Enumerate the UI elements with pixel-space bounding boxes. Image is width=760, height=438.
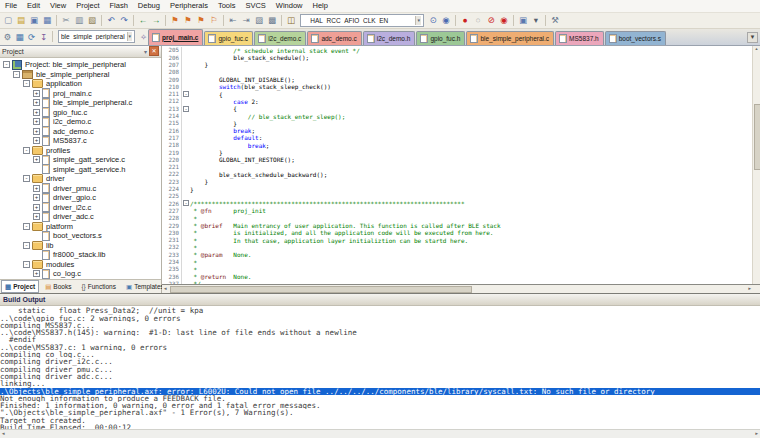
- tree-item-modules[interactable]: -modules: [0, 259, 161, 269]
- save-all-icon[interactable]: ▦: [41, 14, 53, 26]
- expand-icon[interactable]: +: [33, 185, 40, 192]
- collapse-icon[interactable]: -: [23, 261, 30, 268]
- collapse-icon[interactable]: -: [23, 147, 30, 154]
- menu-edit[interactable]: Edit: [22, 0, 45, 12]
- tab-gpio_fuc.h[interactable]: gpio_fuc.h: [416, 31, 465, 45]
- build-error-line[interactable]: .\Objects\ble_simple_peripheral.axf: err…: [0, 388, 760, 395]
- target-select-combo[interactable]: ble_simple_peripheral ▾: [58, 30, 135, 43]
- expand-icon[interactable]: +: [33, 137, 40, 144]
- find-in-files-icon[interactable]: ◫: [285, 14, 297, 26]
- expand-icon[interactable]: +: [33, 109, 40, 116]
- comment-icon[interactable]: ▨: [253, 14, 265, 26]
- windows-dropdown-icon[interactable]: ▾: [530, 14, 542, 26]
- panel-tab-books[interactable]: ▤Books: [41, 280, 75, 293]
- tab-proj_main.c[interactable]: proj_main.c: [148, 29, 203, 45]
- indent-icon[interactable]: ⇥: [240, 14, 252, 26]
- save-icon[interactable]: ▣: [28, 14, 40, 26]
- unindent-icon[interactable]: ⇤: [227, 14, 239, 26]
- translate-file-icon[interactable]: ⚙: [2, 31, 13, 43]
- tree-item-lib[interactable]: -lib: [0, 240, 161, 250]
- menu-help[interactable]: Help: [308, 0, 333, 12]
- new-file-icon[interactable]: ▢: [2, 14, 14, 26]
- tree-item-driver-gpio-c[interactable]: +driver_gpio.c: [0, 193, 161, 203]
- insert-breakpoint-icon[interactable]: ●: [459, 14, 471, 26]
- fold-toggle[interactable]: -: [183, 106, 189, 112]
- navigate-back-icon[interactable]: ←: [137, 14, 149, 26]
- open-file-icon[interactable]: ▤: [15, 14, 27, 26]
- search-icon[interactable]: ⊙: [427, 14, 439, 26]
- configure-wrench-icon[interactable]: ⚒: [549, 14, 561, 26]
- tree-item-ble-simple-peripheral-c[interactable]: +ble_simple_peripheral.c: [0, 98, 161, 108]
- tree-item-profiles[interactable]: -profiles: [0, 145, 161, 155]
- collapse-icon[interactable]: -: [23, 242, 30, 249]
- bookmark-next-icon[interactable]: ⚑: [195, 14, 207, 26]
- download-flash-icon[interactable]: ↧: [38, 31, 49, 43]
- debug-windows-icon[interactable]: ▣: [517, 14, 529, 26]
- tree-item-driver-adc-c[interactable]: +driver_adc.c: [0, 212, 161, 222]
- tab-i2c_demo.c[interactable]: i2c_demo.c: [254, 31, 306, 45]
- collapse-icon[interactable]: -: [3, 61, 10, 68]
- scroll-left-icon[interactable]: ◄: [163, 286, 167, 291]
- editor-horizontal-scrollbar[interactable]: ◄ ►: [162, 284, 760, 293]
- tab-boot_vectors.s[interactable]: boot_vectors.s: [605, 31, 666, 45]
- expand-icon[interactable]: +: [33, 118, 40, 125]
- copy-icon[interactable]: ▥: [73, 14, 85, 26]
- expand-icon[interactable]: +: [33, 213, 40, 220]
- tree-item-boot-vectors-s[interactable]: boot_vectors.s: [0, 231, 161, 241]
- undo-icon[interactable]: ↶: [105, 14, 117, 26]
- uncomment-icon[interactable]: ▩: [266, 14, 278, 26]
- code-area[interactable]: 205 /* schedule internal stack event */2…: [162, 46, 753, 285]
- tree-item-adc-demo-c[interactable]: +adc_demo.c: [0, 126, 161, 136]
- menu-tools[interactable]: Tools: [213, 0, 241, 12]
- tree-item-simple-gatt-service-h[interactable]: simple_gatt_service.h: [0, 164, 161, 174]
- tab-ble_simple_peripheral.c[interactable]: ble_simple_peripheral.c: [466, 31, 554, 45]
- paste-icon[interactable]: ▧: [86, 14, 98, 26]
- expand-icon[interactable]: +: [33, 156, 40, 163]
- tree-item-driver[interactable]: -driver: [0, 174, 161, 184]
- auto-hide-pin-icon[interactable]: ▾: [144, 48, 147, 55]
- collapse-icon[interactable]: -: [23, 223, 30, 230]
- tree-item-co-log-c[interactable]: +co_log.c: [0, 269, 161, 279]
- tab-i2c_demo.h[interactable]: i2c_demo.h: [363, 31, 416, 45]
- tree-item-driver-pmu-c[interactable]: +driver_pmu.c: [0, 183, 161, 193]
- scroll-right-icon[interactable]: ►: [748, 286, 752, 291]
- vertical-scroll-thumb[interactable]: [754, 104, 760, 170]
- symbol-combo[interactable]: __HAL_RCC_AFIO_CLK_EN ▾: [300, 14, 424, 27]
- expand-icon[interactable]: +: [33, 270, 40, 277]
- panel-tab-functions[interactable]: {}Functions: [77, 280, 120, 293]
- kill-breakpoints-icon[interactable]: ◉: [498, 14, 510, 26]
- bookmark-prev-icon[interactable]: ⚑: [182, 14, 194, 26]
- fold-toggle[interactable]: -: [183, 91, 189, 97]
- scroll-left-icon[interactable]: ◄: [1, 431, 5, 436]
- menu-flash[interactable]: Flash: [105, 0, 133, 12]
- tab-MS5837.h[interactable]: MS5837.h: [555, 31, 604, 45]
- fold-toggle[interactable]: -: [183, 200, 189, 206]
- expand-icon[interactable]: +: [33, 194, 40, 201]
- tree-item-i2c-demo-c[interactable]: +i2c_demo.c: [0, 117, 161, 127]
- tree-item-gpio-fuc-c[interactable]: +gpio_fuc.c: [0, 107, 161, 117]
- menu-view[interactable]: View: [45, 0, 71, 12]
- panel-tab-project[interactable]: ▦Project: [1, 280, 39, 293]
- cut-icon[interactable]: ✂: [60, 14, 72, 26]
- tree-item-simple-gatt-service-c[interactable]: +simple_gatt_service.c: [0, 155, 161, 165]
- scroll-right-icon[interactable]: ►: [755, 431, 759, 436]
- disable-breakpoint-icon[interactable]: ⊘: [485, 14, 497, 26]
- menu-peripherals[interactable]: Peripherals: [165, 0, 213, 12]
- redo-icon[interactable]: ↷: [118, 14, 130, 26]
- close-icon[interactable]: ✕: [149, 46, 159, 56]
- bookmark-toggle-icon[interactable]: ⚑: [169, 14, 181, 26]
- tree-item-application[interactable]: -application: [0, 79, 161, 89]
- menu-debug[interactable]: Debug: [133, 0, 165, 12]
- expand-icon[interactable]: +: [33, 204, 40, 211]
- collapse-icon[interactable]: -: [23, 175, 30, 182]
- editor-vertical-scrollbar[interactable]: ▲ ▼: [752, 46, 760, 290]
- menu-window[interactable]: Window: [271, 0, 308, 12]
- navigate-forward-icon[interactable]: →: [150, 14, 162, 26]
- menu-file[interactable]: File: [0, 0, 22, 12]
- tree-item-driver-i2c-c[interactable]: +driver_i2c.c: [0, 202, 161, 212]
- search-next-icon[interactable]: ◉: [440, 14, 452, 26]
- tab-list-dropdown-icon[interactable]: ▼: [747, 32, 758, 43]
- tree-item-ble-simple-peripheral[interactable]: -ble_simple_peripheral: [0, 69, 161, 79]
- tree-item-ms5837-c[interactable]: +MS5837.c: [0, 136, 161, 146]
- tree-item-fr8000-stack-lib[interactable]: fr8000_stack.lib: [0, 250, 161, 260]
